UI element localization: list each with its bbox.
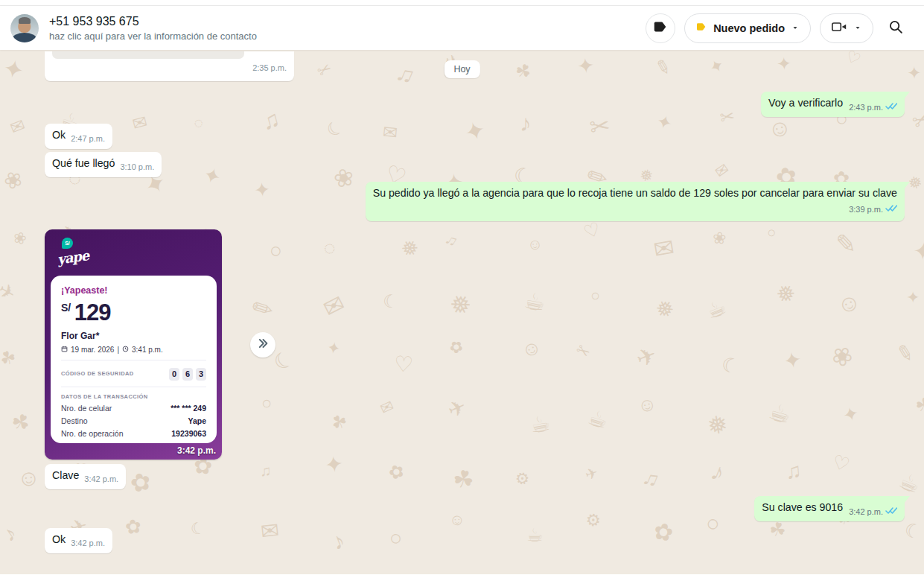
message-time: 3:42 p.m.	[849, 505, 883, 519]
chat-area: ✦○☾☺✈✂♫✈☘✦✎✦✦♡✦✉☕✉◌♫☾✉✦♪✂✦✂☺○✂❀◌✦✦✦❀♡✦☾✎…	[0, 50, 924, 574]
digit: 0	[169, 368, 179, 381]
yape-brand-name: yape	[57, 247, 90, 267]
message-row: Voy a verificarlo2:43 p.m.	[0, 92, 924, 117]
message-text: Su pedido ya llegó a la agencia para que…	[373, 187, 897, 199]
message-time: 2:47 p.m.	[71, 134, 105, 143]
image-message-yape-receipt[interactable]: S/ yape ¡Yapeaste! S/ 129 Flor Gar* 19 m…	[45, 229, 222, 460]
date-divider: Hoy	[444, 60, 479, 78]
yape-logo-icon: S/	[62, 238, 73, 249]
message-text: Voy a verificarlo	[768, 97, 843, 109]
row-value: *** *** 249	[171, 404, 206, 413]
message-time: 3:42 p.m.	[71, 539, 105, 547]
message-text: Ok	[52, 533, 66, 545]
double-check-icon	[885, 505, 897, 519]
video-camera-icon	[831, 20, 847, 36]
digit: 3	[196, 368, 206, 381]
order-status-label: Nuevo pedido	[713, 22, 785, 34]
message-row: Ok3:42 p.m.	[0, 528, 924, 553]
datetime-separator: |	[117, 346, 119, 354]
message-bubble-outgoing[interactable]: Su pedido ya llegó a la agencia para que…	[366, 182, 905, 221]
message-row: S/ yape ¡Yapeaste! S/ 129 Flor Gar* 19 m…	[0, 229, 924, 460]
yape-logo: S/ yape	[57, 238, 89, 265]
message-bubble-incoming[interactable]: Clave3:42 p.m.	[45, 464, 126, 489]
transaction-row: Nro. de operación 19239063	[61, 429, 206, 438]
receipt-card: ¡Yapeaste! S/ 129 Flor Gar* 19 mar. 2026…	[51, 276, 217, 443]
double-check-icon	[885, 101, 897, 115]
message-time: 3:42 p.m.	[177, 445, 216, 456]
receipt-amount: S/ 129	[61, 301, 206, 324]
message-bubble-outgoing[interactable]: Su clave es 90163:42 p.m.	[754, 496, 905, 521]
receipt-time: 3:41 p.m.	[132, 346, 163, 354]
message-row: Clave3:42 p.m.	[0, 464, 924, 489]
label-icon	[652, 19, 669, 37]
payer-name: Flor Gar*	[61, 331, 206, 341]
message-time: 2:35 p.m.	[52, 61, 287, 75]
header-actions: Nuevo pedido	[646, 13, 909, 43]
transaction-row: Nro. de celular *** *** 249	[61, 404, 206, 413]
double-check-icon	[885, 203, 897, 217]
security-code-row: CÓDIGO DE SEGURIDAD 063	[61, 366, 206, 381]
message-row: Su pedido ya llegó a la agencia para que…	[0, 182, 924, 221]
forward-icon	[255, 337, 270, 352]
order-status-button[interactable]: Nuevo pedido	[684, 13, 811, 43]
chevron-down-icon	[791, 22, 800, 34]
message-time: 3:10 p.m.	[120, 162, 154, 171]
chevron-down-icon	[853, 22, 862, 34]
chat-header: +51 953 935 675 haz clic aquí para ver l…	[0, 6, 924, 50]
message-row: Su clave es 90163:42 p.m.	[0, 496, 924, 521]
receipt-title: ¡Yapeaste!	[61, 285, 206, 296]
message-bubble-outgoing[interactable]: Voy a verificarlo2:43 p.m.	[761, 92, 905, 117]
transaction-data-label: DATOS DE LA TRANSACCIÓN	[61, 393, 206, 400]
security-code-digits: 063	[166, 366, 206, 381]
video-call-button[interactable]	[820, 13, 873, 43]
message-bubble-incoming[interactable]: Qué fue llegó3:10 p.m.	[45, 152, 162, 177]
tag-icon	[695, 21, 707, 35]
search-icon	[888, 19, 904, 37]
search-button[interactable]	[882, 15, 909, 42]
currency: S/	[61, 302, 71, 314]
window-top-strip	[0, 0, 924, 6]
label-button[interactable]	[646, 13, 675, 43]
message-row: Ok2:47 p.m.	[0, 124, 924, 149]
contact-subtitle: haz clic aquí para ver la información de…	[49, 31, 257, 42]
forward-button[interactable]	[250, 332, 275, 358]
cut-off-attachment	[52, 51, 244, 59]
row-label: Nro. de celular	[61, 404, 112, 413]
digit: 6	[182, 368, 193, 381]
message-time: 2:43 p.m.	[849, 101, 883, 115]
amount: 129	[74, 299, 111, 325]
message-text: Qué fue llegó	[52, 157, 115, 169]
avatar[interactable]	[10, 14, 39, 42]
yape-receipt: S/ yape ¡Yapeaste! S/ 129 Flor Gar* 19 m…	[45, 229, 222, 460]
row-value: 19239063	[171, 429, 206, 438]
contact-name: +51 953 935 675	[49, 14, 257, 29]
security-code-label: CÓDIGO DE SEGURIDAD	[61, 370, 134, 377]
contact-info[interactable]: +51 953 935 675 haz clic aquí para ver l…	[10, 14, 257, 42]
receipt-date: 19 mar. 2026	[71, 346, 114, 354]
message-bubble-partial[interactable]: 2:35 p.m.	[45, 51, 294, 81]
row-label: Nro. de operación	[61, 429, 123, 438]
row-label: Destino	[61, 416, 88, 425]
message-row: Qué fue llegó3:10 p.m.	[0, 152, 924, 177]
message-text: Su clave es 9016	[762, 501, 843, 513]
receipt-datetime: 19 mar. 2026 | 3:41 p.m.	[61, 346, 206, 354]
calendar-icon	[61, 346, 68, 354]
message-bubble-incoming[interactable]: Ok3:42 p.m.	[45, 528, 112, 553]
message-text: Ok	[52, 129, 66, 141]
message-time: 3:42 p.m.	[84, 474, 118, 483]
message-bubble-incoming[interactable]: Ok2:47 p.m.	[45, 124, 112, 149]
message-time: 3:39 p.m.	[849, 203, 883, 217]
row-value: Yape	[188, 416, 206, 425]
message-text: Clave	[52, 469, 79, 481]
transaction-row: Destino Yape	[61, 416, 206, 425]
clock-icon	[122, 346, 129, 354]
